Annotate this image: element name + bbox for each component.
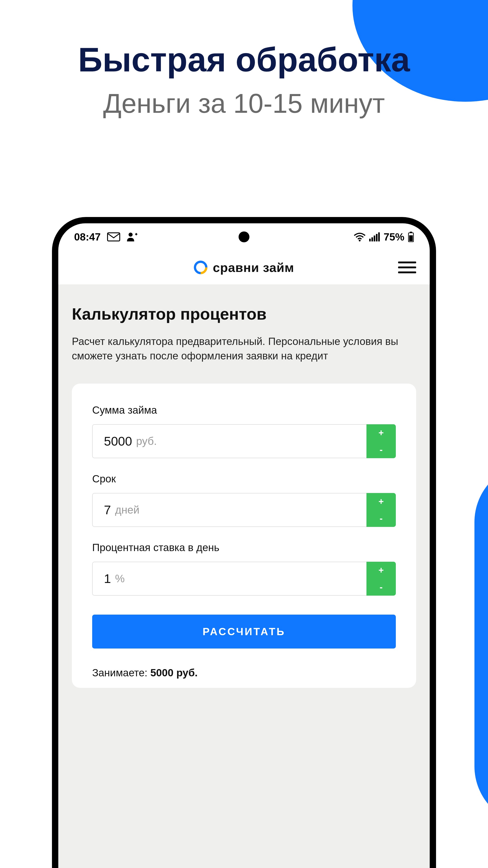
svg-rect-3: [369, 239, 371, 241]
rate-value: 1: [104, 571, 111, 586]
page-content: Калькулятор процентов Расчет калькулятор…: [58, 284, 430, 868]
signal-icon: [369, 232, 380, 241]
term-label: Срок: [92, 473, 396, 485]
brand: сравни займ: [194, 260, 294, 275]
battery-percent: 75%: [384, 231, 404, 243]
add-contact-icon: [127, 232, 137, 242]
svg-point-2: [359, 240, 361, 241]
brand-logo-icon: [191, 258, 210, 277]
svg-rect-0: [107, 233, 120, 241]
amount-label: Сумма займа: [92, 404, 396, 416]
promo-headline: Быстрая обработка: [0, 41, 488, 79]
svg-rect-5: [374, 236, 375, 241]
page-title: Калькулятор процентов: [72, 305, 416, 323]
amount-minus-button[interactable]: -: [366, 441, 396, 458]
svg-point-1: [129, 232, 133, 237]
rate-plus-button[interactable]: +: [366, 562, 396, 579]
term-unit: дней: [115, 504, 139, 516]
term-stepper: + -: [366, 493, 396, 527]
field-rate: Процентная ставка в день 1 % + -: [92, 541, 396, 596]
field-amount: Сумма займа 5000 руб. + -: [92, 404, 396, 458]
mail-icon: [107, 232, 120, 241]
term-plus-button[interactable]: +: [366, 493, 396, 510]
menu-button[interactable]: [398, 261, 416, 273]
page-description: Расчет калькулятора предварительный. Пер…: [72, 334, 416, 363]
promo-subline: Деньги за 10-15 минут: [0, 88, 488, 119]
rate-unit: %: [115, 572, 125, 585]
summary-label: Занимаете:: [92, 667, 148, 679]
amount-unit: руб.: [136, 435, 157, 447]
svg-rect-7: [378, 232, 380, 241]
battery-icon: [408, 232, 414, 242]
rate-minus-button[interactable]: -: [366, 579, 396, 596]
status-time: 08:47: [74, 231, 101, 243]
term-minus-button[interactable]: -: [366, 510, 396, 527]
rate-label: Процентная ставка в день: [92, 541, 396, 554]
calculator-card: Сумма займа 5000 руб. + - Срок: [72, 383, 416, 688]
field-term: Срок 7 дней + -: [92, 473, 396, 527]
rate-input[interactable]: 1 %: [92, 562, 366, 596]
svg-rect-6: [376, 234, 378, 241]
promo-block: Быстрая обработка Деньги за 10-15 минут: [0, 41, 488, 119]
amount-stepper: + -: [366, 424, 396, 458]
term-value: 7: [104, 502, 111, 517]
app-header: сравни займ: [58, 250, 430, 284]
brand-name: сравни займ: [213, 260, 294, 275]
summary-row: Занимаете: 5000 руб.: [92, 666, 396, 679]
amount-input[interactable]: 5000 руб.: [92, 424, 366, 458]
summary-value: 5000 руб.: [150, 667, 197, 679]
calculate-button[interactable]: РАССЧИТАТЬ: [92, 615, 396, 649]
amount-plus-button[interactable]: +: [366, 424, 396, 441]
wifi-icon: [354, 232, 365, 241]
svg-rect-4: [371, 237, 373, 241]
term-input[interactable]: 7 дней: [92, 493, 366, 527]
rate-stepper: + -: [366, 562, 396, 596]
decorative-blob-right: [475, 463, 488, 825]
phone-frame: 08:47 75%: [52, 217, 436, 868]
amount-value: 5000: [104, 434, 132, 448]
camera-notch: [238, 231, 250, 242]
phone-screen: 08:47 75%: [58, 223, 430, 868]
svg-rect-10: [409, 235, 413, 241]
